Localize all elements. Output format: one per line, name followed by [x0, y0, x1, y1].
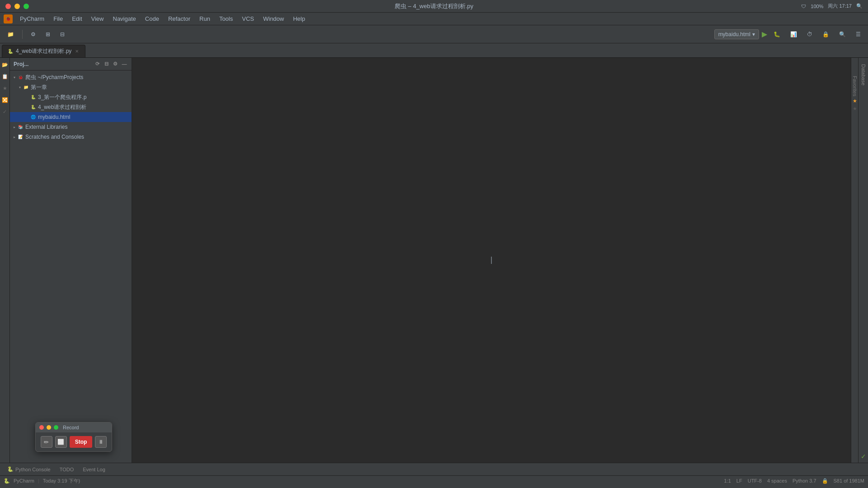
- panel-header-icons: ⟳ ⊟ ⚙ —: [94, 61, 128, 68]
- tree-item-html[interactable]: 🌐 mybaidu.html: [10, 112, 132, 122]
- bottom-tab-python-console[interactable]: 🐍 Python Console: [4, 465, 54, 474]
- todo-label: TODO: [60, 467, 74, 472]
- tree-icon-html: 🌐: [30, 114, 36, 120]
- record-window-titlebar: Record: [36, 422, 112, 432]
- window-title: 爬虫 – 4_web请求过程剖析.py: [395, 2, 473, 10]
- sys-icon-search[interactable]: 🔍: [856, 3, 863, 9]
- panel-settings-btn[interactable]: ⚙: [112, 61, 119, 68]
- status-message: Today 3:19 下午): [43, 478, 80, 484]
- run-with-coverage[interactable]: 🔒: [819, 30, 833, 39]
- record-window: Record ✏ ⬜ Stop ⏸: [35, 422, 112, 452]
- favorites-star-2[interactable]: ★: [853, 106, 857, 112]
- tab-close-button[interactable]: ✕: [74, 48, 80, 54]
- status-indent[interactable]: 4 spaces: [767, 478, 787, 483]
- tree-item-scratches[interactable]: ▸ 📝 Scratches and Consoles: [10, 132, 132, 142]
- bottom-tab-todo[interactable]: TODO: [56, 465, 78, 474]
- sidebar-icon-todo[interactable]: ✓: [1, 108, 9, 116]
- menu-pycharm[interactable]: PyCharm: [16, 14, 48, 23]
- editor-content[interactable]: [132, 58, 851, 463]
- toolbar-split-btn[interactable]: ⊞: [42, 30, 54, 39]
- tree-label-chapter1: 第一章: [31, 84, 47, 91]
- record-pencil-button[interactable]: ✏: [41, 436, 52, 448]
- run-configuration-selector[interactable]: mybaidu.html ▾: [714, 29, 759, 39]
- status-encoding[interactable]: UTF-8: [748, 478, 762, 483]
- folder-icon: 📁: [7, 31, 14, 38]
- sys-icon-battery: 100%: [811, 4, 823, 9]
- panel-minimize-btn[interactable]: —: [121, 61, 128, 68]
- menu-window[interactable]: Window: [259, 14, 288, 23]
- status-lines: S81 of 1981M: [834, 478, 865, 483]
- status-line-ending[interactable]: LF: [736, 478, 742, 483]
- menu-view[interactable]: View: [88, 14, 108, 23]
- profile-button[interactable]: ⏱: [803, 30, 816, 39]
- status-separator: |: [38, 478, 39, 483]
- event-log-label: Event Log: [83, 467, 105, 472]
- record-tl-minimize[interactable]: [47, 425, 51, 430]
- menu-code[interactable]: Code: [142, 14, 163, 23]
- tree-item-py2[interactable]: 🐍 4_web请求过程剖析: [10, 102, 132, 112]
- toolbar-settings-btn[interactable]: ⚙: [27, 30, 39, 39]
- menu-run[interactable]: Run: [196, 14, 214, 23]
- menu-file[interactable]: File: [50, 14, 66, 23]
- status-python-version[interactable]: Python 3.7: [793, 478, 816, 483]
- traffic-light-minimize[interactable]: [14, 4, 20, 9]
- status-position: 1:1: [724, 478, 731, 483]
- menu-help[interactable]: Help: [289, 14, 309, 23]
- tree-label-html: mybaidu.html: [38, 114, 70, 120]
- tree-item-ext-libs[interactable]: ▸ 📚 External Libraries: [10, 122, 132, 132]
- debug-button[interactable]: 🐛: [770, 30, 784, 39]
- record-window-body: ✏ ⬜ Stop ⏸: [36, 432, 112, 451]
- status-python-icon: 🐍: [4, 478, 10, 484]
- menu-vcs[interactable]: VCS: [238, 14, 258, 23]
- menu-refactor[interactable]: Refactor: [165, 14, 194, 23]
- menu-tools[interactable]: Tools: [216, 14, 236, 23]
- tree-label-py1: 3_第一个爬虫程序.p: [38, 94, 86, 101]
- panel-collapse-btn[interactable]: ⊟: [103, 61, 110, 68]
- sidebar-icon-project[interactable]: 📂: [1, 61, 9, 69]
- bottom-tabs: 🐍 Python Console TODO Event Log: [0, 463, 868, 476]
- sidebar-icon-favorites[interactable]: ★: [1, 84, 9, 92]
- tree-item-root[interactable]: ▾ 🐞 爬虫 ~/PycharmProjects: [10, 72, 132, 82]
- editor-area[interactable]: [132, 58, 851, 463]
- tree-item-py1[interactable]: 🐍 3_第一个爬虫程序.p: [10, 92, 132, 102]
- editor-tab-active[interactable]: 🐍 4_web请求过程剖析.py ✕: [2, 45, 85, 57]
- record-stop-button[interactable]: Stop: [70, 436, 93, 448]
- status-bar-right: 1:1 LF UTF-8 4 spaces Python 3.7 🔒 S81 o…: [724, 478, 864, 484]
- record-tl-maximize[interactable]: [54, 425, 58, 430]
- record-pause-button[interactable]: ⏸: [95, 436, 107, 448]
- toolbar-project-btn[interactable]: 📁: [4, 30, 18, 39]
- right-sidebar-checkmark: ✓: [861, 453, 866, 460]
- sidebar-icon-structure[interactable]: 📋: [1, 72, 9, 80]
- menu-edit[interactable]: Edit: [68, 14, 85, 23]
- project-panel-title: Proj...: [14, 61, 28, 67]
- record-window-title: Record: [63, 425, 79, 430]
- favorites-label[interactable]: Favorites: [852, 76, 858, 96]
- right-sidebar-database[interactable]: Database: [860, 61, 867, 89]
- panel-sync-btn[interactable]: ⟳: [94, 61, 101, 68]
- python-console-icon: 🐍: [7, 466, 14, 472]
- settings-toolbar-btn[interactable]: ☰: [852, 30, 864, 39]
- tree-arrow-scratches: ▸: [12, 134, 17, 140]
- tree-icon-py1: 🐍: [30, 94, 36, 100]
- favorites-star[interactable]: ★: [853, 98, 857, 104]
- tree-item-chapter1[interactable]: ▾ 📁 第一章: [10, 82, 132, 92]
- menu-navigate[interactable]: Navigate: [109, 14, 140, 23]
- bottom-tab-event-log[interactable]: Event Log: [79, 465, 109, 474]
- run-config-name: mybaidu.html: [718, 31, 750, 38]
- coverage-button[interactable]: 📊: [787, 30, 801, 39]
- traffic-light-maximize[interactable]: [24, 4, 29, 9]
- toolbar-collapse-btn[interactable]: ⊟: [57, 30, 68, 39]
- record-rect-button[interactable]: ⬜: [55, 436, 67, 448]
- sidebar-icon-vcs[interactable]: 🔀: [1, 96, 9, 104]
- record-tl-close[interactable]: [39, 425, 44, 430]
- project-panel: Proj... ⟳ ⊟ ⚙ — ▾ 🐞 爬虫 ~/PycharmProjects…: [10, 58, 132, 463]
- chevron-down-icon: ▾: [752, 31, 755, 38]
- favorites-sidebar: Favorites ★ ★: [851, 58, 858, 463]
- search-toolbar-btn[interactable]: 🔍: [835, 30, 849, 39]
- run-button[interactable]: ▶: [762, 30, 767, 38]
- traffic-light-close[interactable]: [5, 4, 11, 9]
- tab-label: 4_web请求过程剖析.py: [16, 47, 71, 55]
- status-python-interpreter[interactable]: PyCharm: [14, 478, 34, 483]
- tree-icon-ext: 📚: [17, 124, 24, 130]
- status-bar-left: 🐍 PyCharm | Today 3:19 下午): [4, 478, 80, 484]
